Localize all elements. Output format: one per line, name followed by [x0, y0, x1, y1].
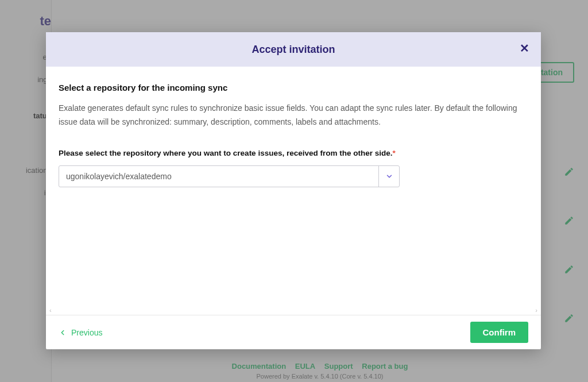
repository-dropdown[interactable]: ugonikolayevich/exalatedemo — [59, 165, 400, 187]
modal-header: Accept invitation ✕ — [46, 32, 541, 67]
required-asterisk: * — [392, 149, 395, 157]
modal-body: Select a repository for the incoming syn… — [46, 67, 541, 315]
section-title: Select a repository for the incoming syn… — [59, 83, 528, 92]
section-description: Exalate generates default sync rules to … — [59, 102, 528, 129]
confirm-button[interactable]: Confirm — [470, 322, 529, 343]
modal-footer: Previous Confirm — [46, 315, 541, 349]
previous-button[interactable]: Previous — [59, 328, 102, 337]
accept-invitation-modal: Accept invitation ✕ Select a repository … — [46, 32, 541, 349]
scroll-left-icon: ‹ — [49, 307, 52, 314]
modal-title: Accept invitation — [252, 44, 335, 56]
chevron-down-icon[interactable] — [378, 166, 399, 187]
scroll-right-icon: › — [535, 307, 537, 314]
repository-dropdown-value: ugonikolayevich/exalatedemo — [59, 172, 378, 181]
previous-button-label: Previous — [71, 328, 102, 337]
repository-field-label: Please select the repository where you w… — [59, 149, 528, 157]
chevron-left-icon — [59, 329, 67, 337]
close-icon[interactable]: ✕ — [520, 43, 529, 54]
